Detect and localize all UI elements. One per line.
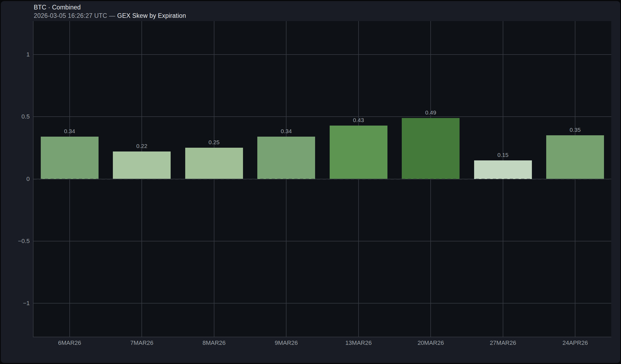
chart-title: GEX Skew by Expiration xyxy=(117,12,186,19)
x-axis-tick-label: 7MAR26 xyxy=(112,339,171,347)
bar-value-label: 0.15 xyxy=(473,151,533,159)
y-axis-tick-label: 1 xyxy=(5,50,30,59)
gridline-horizontal xyxy=(33,303,611,304)
x-axis-tick-label: 20MAR26 xyxy=(401,339,460,347)
bar[interactable] xyxy=(257,137,315,179)
y-axis-tick-label: −0.5 xyxy=(5,237,30,245)
x-axis-tick-label: 6MAR26 xyxy=(40,339,99,347)
bar-value-label: 0.34 xyxy=(40,127,99,135)
bar-value-label: 0.25 xyxy=(184,139,244,146)
bar-value-label: 0.35 xyxy=(545,126,605,134)
bar-value-label: 0.49 xyxy=(401,109,460,116)
chart-subtitle: 2026-03-05 16:26:27 UTC—GEX Skew by Expi… xyxy=(34,12,186,20)
zero-line xyxy=(33,179,611,180)
x-axis-tick-label: 8MAR26 xyxy=(184,339,244,347)
bar-value-label: 0.34 xyxy=(256,127,316,135)
plot-area[interactable]: 10.50−0.5−16MAR260.347MAR260.228MAR260.2… xyxy=(33,21,611,337)
bar[interactable] xyxy=(41,137,99,179)
bar-value-label: 0.22 xyxy=(112,142,171,150)
chart-card: BTC · Combined 2026-03-05 16:26:27 UTC—G… xyxy=(1,1,620,363)
bar[interactable] xyxy=(402,118,460,179)
bar-value-label: 0.43 xyxy=(329,116,388,124)
subtitle-separator: — xyxy=(109,12,115,19)
y-axis-tick-label: 0 xyxy=(5,175,30,183)
bar[interactable] xyxy=(330,126,387,179)
timestamp: 2026-03-05 16:26:27 UTC xyxy=(34,12,107,19)
page: { "header": { "symbol": "BTC · Combined"… xyxy=(0,0,621,364)
bar[interactable] xyxy=(185,148,243,179)
bar[interactable] xyxy=(474,160,532,179)
bar[interactable] xyxy=(113,151,171,179)
x-axis-tick-label: 13MAR26 xyxy=(329,339,388,347)
bar[interactable] xyxy=(546,135,604,179)
x-axis-tick-label: 27MAR26 xyxy=(473,339,533,347)
page-title: BTC · Combined xyxy=(34,3,186,12)
x-axis-tick-label: 9MAR26 xyxy=(256,339,316,347)
y-axis-tick-label: −1 xyxy=(5,299,30,307)
gridline-horizontal xyxy=(33,54,611,55)
chart-header: BTC · Combined 2026-03-05 16:26:27 UTC—G… xyxy=(34,3,186,20)
x-axis-tick-label: 24APR26 xyxy=(545,339,605,347)
gridline-horizontal xyxy=(33,116,611,117)
gridline-horizontal xyxy=(33,241,611,241)
y-axis-tick-label: 0.5 xyxy=(5,113,30,121)
